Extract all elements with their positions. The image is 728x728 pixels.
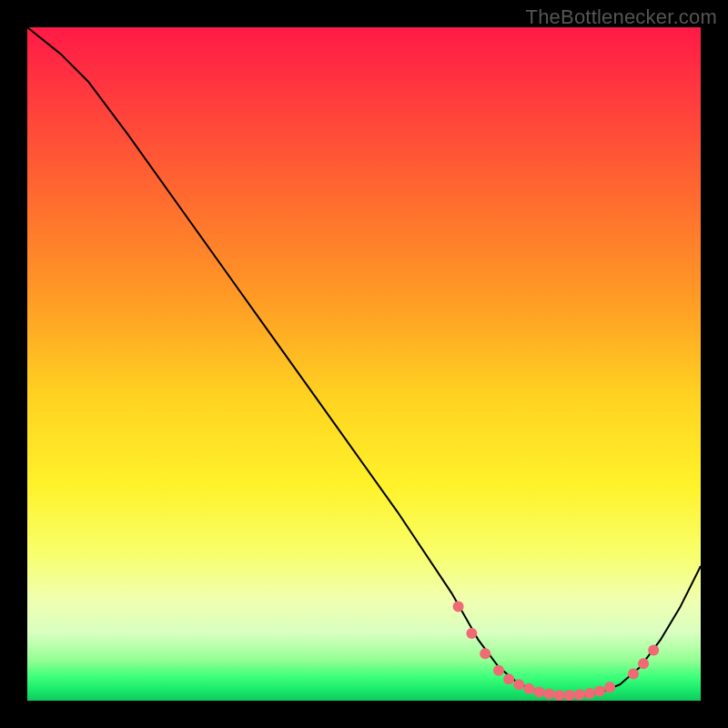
- highlight-dot: [584, 688, 595, 699]
- highlight-dot: [628, 668, 639, 679]
- highlight-dot: [604, 682, 615, 693]
- highlight-dot: [648, 645, 659, 656]
- highlight-dot: [453, 601, 464, 612]
- highlight-dot: [594, 686, 605, 697]
- highlight-dot: [574, 689, 585, 700]
- highlight-dot: [554, 690, 565, 701]
- highlight-dot: [638, 658, 649, 669]
- highlight-dot: [493, 665, 504, 676]
- highlight-dot: [564, 690, 575, 701]
- highlight-dot: [523, 683, 534, 694]
- chart-frame: TheBottlenecker.com: [0, 0, 728, 728]
- watermark-label: TheBottlenecker.com: [526, 5, 717, 29]
- highlight-dot: [480, 648, 490, 659]
- highlight-dot: [533, 686, 544, 697]
- bottleneck-chart: [27, 27, 701, 701]
- highlight-dot: [513, 679, 524, 690]
- highlight-dot: [544, 689, 555, 700]
- gradient-background: [27, 27, 701, 701]
- highlight-dot: [503, 673, 514, 684]
- highlight-dot: [466, 628, 477, 639]
